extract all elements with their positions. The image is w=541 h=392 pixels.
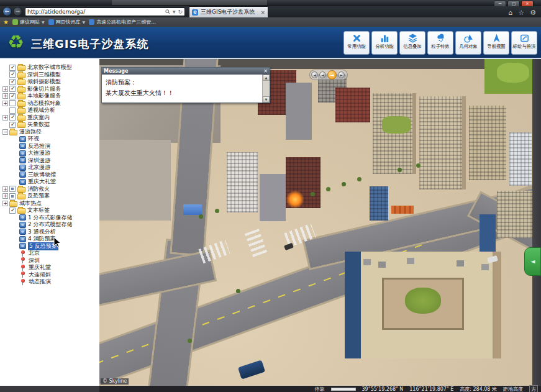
expand-plus-icon[interactable]: + <box>2 93 8 99</box>
scroll-up-icon[interactable]: ▲ <box>263 75 270 81</box>
scale-bar <box>331 388 356 391</box>
expand-panel-handle[interactable]: ◄ <box>524 247 541 276</box>
globe-icon <box>19 150 26 157</box>
layer-checkbox[interactable] <box>9 207 16 214</box>
street-trees <box>199 214 203 219</box>
city-block <box>99 140 171 221</box>
refresh-icon[interactable]: ↻ <box>178 9 183 15</box>
tree-item[interactable]: +反恐预案 <box>0 193 99 200</box>
pin-icon <box>21 271 25 275</box>
layer-checkbox[interactable] <box>9 193 16 199</box>
app-header: ♻ 三维GIS电子沙盘系统 常用功能 分析功能 信息叠加 粒子特效 几何对象 <box>0 27 541 59</box>
back-button[interactable]: ← <box>2 7 12 16</box>
car <box>238 360 265 379</box>
webslice-icon <box>48 19 54 25</box>
tree-item[interactable]: +消防救火 <box>0 186 99 193</box>
layer-checkbox[interactable] <box>9 71 16 78</box>
layer-checkbox[interactable] <box>9 114 16 121</box>
favorite-highway-link[interactable]: 高速公路机电资产三维管... <box>89 19 156 25</box>
search-icon[interactable] <box>165 9 170 14</box>
tree-item[interactable]: 北京 <box>0 250 99 257</box>
map-3d-viewport[interactable]: Message × 消防预案： 某大厦发生重大火情！！ ▲ ▼ ◄ ◄ → ► … <box>99 59 541 386</box>
mouse-cursor <box>53 237 61 248</box>
rain-cloud-icon <box>435 33 446 43</box>
layer-checkbox[interactable] <box>9 122 16 128</box>
browser-tab[interactable]: e 三维GIS电子沙盘系统 × <box>189 6 268 17</box>
layer-checkbox[interactable] <box>9 86 16 92</box>
toolbar-particle-effects-button[interactable]: 粒子特效 <box>427 31 453 55</box>
building <box>497 191 533 238</box>
favorites-star-icon[interactable]: ☆ <box>518 9 524 17</box>
flower-bed <box>391 206 414 214</box>
tree-item[interactable]: 通视域分析 <box>0 107 99 114</box>
address-bar[interactable]: http://atidedemo/ga/ ▾ ↻ <box>25 7 185 16</box>
folder-icon <box>17 65 25 71</box>
tree-item[interactable]: +重庆室内 <box>0 114 99 122</box>
tree-item[interactable]: −漫游路径 <box>0 129 99 136</box>
toolbar-info-overlay-button[interactable]: 信息叠加 <box>399 31 425 55</box>
skyline-watermark: © Skyline <box>101 378 129 385</box>
layer-checkbox[interactable] <box>9 65 16 71</box>
forward-button[interactable]: → <box>13 7 22 16</box>
building <box>260 174 286 221</box>
apartment-building <box>469 106 506 180</box>
suggested-sites-icon <box>12 19 18 25</box>
play-button[interactable]: → <box>327 70 337 80</box>
step-forward-button[interactable]: ► <box>338 71 345 78</box>
folder-icon <box>17 73 25 78</box>
globe-icon <box>19 143 26 149</box>
message-scrollbar[interactable]: ▲ ▼ <box>262 75 270 103</box>
expand-plus-icon[interactable]: + <box>2 86 8 92</box>
step-back-button[interactable]: ◄ <box>311 71 318 78</box>
tree-item[interactable]: 5 反恐预案 <box>0 243 99 250</box>
message-popup: Message × 消防预案： 某大厦发生重大火情！！ ▲ ▼ <box>101 67 270 103</box>
toolbar-navigation-view-button[interactable]: 导航视图 <box>483 31 509 55</box>
folder-icon <box>17 80 25 85</box>
tree-item[interactable]: 矢量数据 <box>0 121 99 129</box>
scroll-down-icon[interactable]: ▼ <box>263 96 270 103</box>
expand-plus-icon[interactable]: + <box>2 201 8 206</box>
message-popup-titlebar[interactable]: Message × <box>102 68 270 75</box>
expand-plus-icon[interactable]: + <box>2 115 8 121</box>
layer-checkbox[interactable] <box>9 79 16 85</box>
fire-effect <box>286 191 304 208</box>
toolbar-common-functions-button[interactable]: 常用功能 <box>343 31 370 55</box>
tab-close-icon[interactable]: × <box>260 9 265 16</box>
tree-item[interactable]: +城市热点 <box>0 200 99 207</box>
autocomplete-dropdown-icon[interactable]: ▾ <box>173 9 176 15</box>
playback-control: ◄ ◄ → ► <box>309 70 348 80</box>
expand-plus-icon[interactable]: + <box>2 193 8 199</box>
favorite-webslice-gallery[interactable]: 网页快讯库 ▼ <box>48 19 86 25</box>
tree-item[interactable]: 重庆大礼堂 <box>0 178 99 186</box>
toolbar-geometry-objects-button[interactable]: 几何对象 <box>455 31 481 55</box>
tree-item[interactable]: 动态推演 <box>0 278 99 286</box>
expand-plus-icon[interactable]: + <box>2 186 8 192</box>
settings-gear-icon[interactable]: ⚙ <box>530 9 536 17</box>
collapse-minus-icon[interactable]: − <box>2 129 8 135</box>
chevron-down-icon: ▼ <box>83 20 86 24</box>
toolbar-plot-deduce-button[interactable]: 标绘与推演 <box>511 31 537 55</box>
folder-icon <box>17 122 25 128</box>
apartment-building <box>419 96 466 189</box>
webpage-icon <box>89 19 94 25</box>
rewind-button[interactable]: ◄ <box>319 71 326 78</box>
plot-note-icon <box>519 33 530 43</box>
url-text[interactable]: http://atidedemo/ga/ <box>27 9 165 15</box>
tree-item-label[interactable]: 动态推演 <box>29 278 51 286</box>
message-close-icon[interactable]: × <box>263 68 268 75</box>
home-icon[interactable]: ⌂ <box>508 9 512 17</box>
layer-checkbox[interactable] <box>9 107 16 114</box>
add-favorite-star-icon[interactable]: ★ <box>3 19 9 25</box>
expand-plus-icon[interactable]: + <box>2 101 8 106</box>
layer-checkbox[interactable] <box>9 100 16 106</box>
status-altitude-value: 284.08 米 <box>473 386 497 392</box>
globe-icon <box>19 171 26 178</box>
courtyard-garden <box>405 288 441 314</box>
favorite-suggested-sites[interactable]: 建议网站 ▼ <box>12 19 45 25</box>
layer-checkbox[interactable] <box>9 93 16 99</box>
car <box>284 243 294 250</box>
folder-icon <box>17 187 25 193</box>
layer-checkbox[interactable] <box>9 186 16 192</box>
toolbar-analysis-button[interactable]: 分析功能 <box>371 31 398 55</box>
collapsed-right-panel <box>532 59 541 386</box>
